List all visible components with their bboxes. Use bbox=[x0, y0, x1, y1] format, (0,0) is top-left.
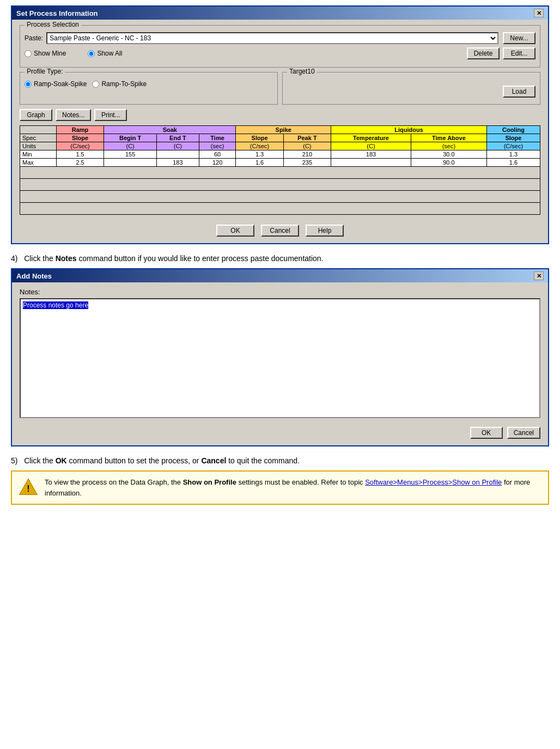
step4-rest: command button if you would like to ente… bbox=[79, 254, 324, 263]
info-text2: settings must be enabled. Refer to topic bbox=[236, 478, 365, 486]
table-units-spike-slope: (C/sec) bbox=[236, 142, 283, 150]
table-min-spike-slope: 1.3 bbox=[236, 150, 283, 159]
table-empty-row1 bbox=[20, 167, 540, 179]
table-max-soak-time: 120 bbox=[199, 159, 236, 167]
profile-target-row: Profile Type: Ramp-Soak-Spike Ramp-To-Sp… bbox=[20, 72, 540, 105]
target-legend: Target10 bbox=[287, 68, 317, 75]
load-button[interactable]: Load bbox=[503, 86, 535, 98]
table-max-liq-temp bbox=[331, 159, 411, 167]
notes-label: Notes: bbox=[20, 288, 540, 296]
ramp-to-spike-item: Ramp-To-Spike bbox=[92, 80, 147, 88]
table-units-soak-begin: (C) bbox=[104, 142, 157, 150]
table-units-cooling-slope: (C/sec) bbox=[486, 142, 540, 150]
step5-number: 5) bbox=[11, 456, 22, 465]
info-text1: To view the process on the Data Graph, t… bbox=[45, 478, 183, 486]
add-notes-dialog: Add Notes ✕ Notes: <span class="notes-se… bbox=[11, 268, 549, 446]
table-empty-row2 bbox=[20, 179, 540, 191]
dialog1-close-button[interactable]: ✕ bbox=[534, 9, 544, 17]
command-buttons-row: Graph Notes... Print... bbox=[20, 109, 540, 121]
table-empty-row4 bbox=[20, 203, 540, 215]
table-min-label: Min bbox=[20, 150, 57, 159]
table-units-soak-time: (sec) bbox=[199, 142, 236, 150]
table-subheader-time-above: Time Above bbox=[411, 134, 486, 142]
step5-cancel-bold: Cancel bbox=[201, 456, 226, 465]
table-subheader-time: Time bbox=[199, 134, 236, 142]
dialog1-ok-button[interactable]: OK bbox=[216, 225, 254, 237]
table-units-row: Units (C/sec) (C) (C) (sec) (C/sec) (C) … bbox=[20, 142, 540, 150]
set-process-dialog: Set Process Information ✕ Process Select… bbox=[11, 5, 549, 244]
new-button[interactable]: New... bbox=[503, 32, 535, 44]
profile-type-legend: Profile Type: bbox=[25, 68, 65, 75]
table-subheader-slope3: Slope bbox=[486, 134, 540, 142]
table-max-ramp-slope: 2.5 bbox=[56, 159, 104, 167]
table-subheader-slope2: Slope bbox=[236, 134, 283, 142]
dialog2-ok-button[interactable]: OK bbox=[470, 427, 503, 439]
dialog1-footer: OK Cancel Help bbox=[20, 221, 540, 237]
show-row: Show Mine Show All Delete Edit... bbox=[25, 47, 535, 59]
table-max-soak-end: 183 bbox=[157, 159, 199, 167]
table-empty-row3 bbox=[20, 191, 540, 203]
table-header-spike: Spike bbox=[236, 126, 331, 134]
paste-select[interactable]: Sample Paste - Generic - NC - 183 bbox=[46, 32, 498, 44]
edit-button[interactable]: Edit... bbox=[503, 47, 535, 59]
table-max-spike-slope: 1.6 bbox=[236, 159, 283, 167]
show-all-radio[interactable] bbox=[88, 50, 95, 57]
table-units-soak-end: (C) bbox=[157, 142, 199, 150]
paste-label: Paste: bbox=[25, 34, 43, 42]
delete-button[interactable]: Delete bbox=[467, 47, 500, 59]
dialog2-footer: OK Cancel bbox=[20, 424, 540, 439]
process-selection-legend: Process Selection bbox=[25, 21, 81, 28]
show-mine-label: Show Mine bbox=[34, 50, 66, 57]
profile-type-radios: Ramp-Soak-Spike Ramp-To-Spike bbox=[25, 80, 273, 88]
info-link[interactable]: Software>Menus>Process>Show on Profile bbox=[365, 478, 502, 486]
step4-text: 4) Click the Notes command button if you… bbox=[11, 254, 549, 263]
info-bold-text: Show on Profile bbox=[183, 478, 236, 486]
table-min-row: Min 1.5 155 60 1.3 210 183 30.0 1.3 bbox=[20, 150, 540, 159]
ramp-to-spike-radio[interactable] bbox=[92, 81, 99, 88]
dialog1-title: Set Process Information bbox=[16, 9, 98, 17]
table-min-liq-time: 30.0 bbox=[411, 150, 486, 159]
table-max-soak-begin bbox=[104, 159, 157, 167]
table-subheader-slope1: Slope bbox=[56, 134, 104, 142]
table-header-cooling: Cooling bbox=[486, 126, 540, 134]
step4-bold: Notes bbox=[56, 254, 77, 263]
table-min-ramp-slope: 1.5 bbox=[56, 150, 104, 159]
target-group: Target10 Load bbox=[282, 72, 540, 105]
dialog2-close-button[interactable]: ✕ bbox=[534, 271, 544, 280]
graph-button[interactable]: Graph bbox=[20, 109, 52, 121]
show-all-label: Show All bbox=[97, 50, 122, 57]
ramp-soak-spike-label: Ramp-Soak-Spike bbox=[34, 80, 87, 88]
table-units-liq-temp: (C) bbox=[331, 142, 411, 150]
dialog2-cancel-button[interactable]: Cancel bbox=[507, 427, 540, 439]
table-subheader-peak-t: Peak T bbox=[283, 134, 331, 142]
notes-button[interactable]: Notes... bbox=[56, 109, 91, 121]
dialog2-body: Notes: <span class="notes-selected-text"… bbox=[12, 282, 548, 445]
step5-intro: Click the bbox=[24, 456, 56, 465]
info-box: ! To view the process on the Data Graph,… bbox=[11, 470, 549, 505]
dialog1-help-button[interactable]: Help bbox=[306, 225, 344, 237]
process-selection-group: Process Selection Paste: Sample Paste - … bbox=[20, 25, 540, 68]
table-min-soak-time: 60 bbox=[199, 150, 236, 159]
table-header-liquidous: Liquidous bbox=[331, 126, 487, 134]
table-max-cooling-slope: 1.6 bbox=[486, 159, 540, 167]
table-max-row: Max 2.5 183 120 1.6 235 90.0 1.6 bbox=[20, 159, 540, 167]
table-max-label: Max bbox=[20, 159, 57, 167]
warning-icon: ! bbox=[19, 477, 38, 497]
table-header-ramp: Ramp bbox=[56, 126, 104, 134]
table-header-soak: Soak bbox=[104, 126, 236, 134]
table-units-liq-time: (sec) bbox=[411, 142, 486, 150]
step5-text2: command button to set the process, or bbox=[69, 456, 202, 465]
notes-selected-text: Process notes go here bbox=[23, 301, 88, 309]
show-mine-radio[interactable] bbox=[25, 50, 32, 57]
table-min-liq-temp: 183 bbox=[331, 150, 411, 159]
table-units-label: Units bbox=[20, 142, 57, 150]
notes-text-area-display[interactable]: Process notes go here bbox=[20, 298, 540, 418]
ramp-soak-spike-radio[interactable] bbox=[25, 81, 32, 88]
table-units-ramp-slope: (C/sec) bbox=[56, 142, 104, 150]
step4-intro: Click the bbox=[24, 254, 56, 263]
print-button[interactable]: Print... bbox=[94, 109, 127, 121]
table-min-soak-begin: 155 bbox=[104, 150, 157, 159]
table-max-spike-peak: 235 bbox=[283, 159, 331, 167]
dialog1-cancel-button[interactable]: Cancel bbox=[261, 225, 299, 237]
table-units-spike-peak: (C) bbox=[283, 142, 331, 150]
